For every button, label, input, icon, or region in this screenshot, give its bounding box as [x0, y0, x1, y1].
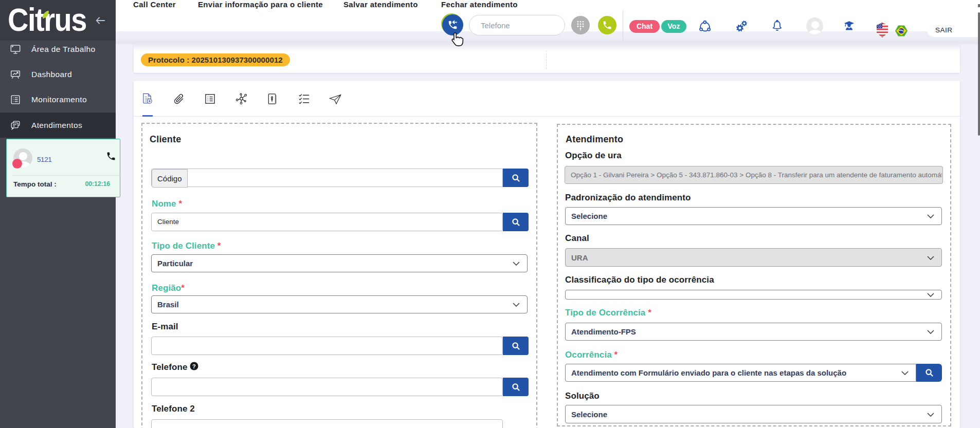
svg-text:?: ?	[192, 363, 196, 369]
